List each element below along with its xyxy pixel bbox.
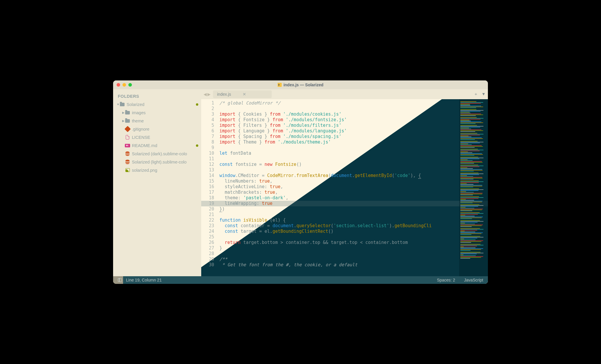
tab-active[interactable]: index.js ✕ [213,90,272,98]
line-number[interactable]: 18 [201,195,219,201]
folder-row-theme[interactable]: ▶theme [113,117,201,125]
line-number[interactable]: 4 [201,117,219,123]
line-number[interactable]: 14 [201,173,219,178]
line-number[interactable]: 10 [201,151,219,156]
line-content[interactable]: /* global CodeMirror */ [219,100,488,106]
code-line[interactable]: 13 [201,167,488,173]
line-content[interactable]: matchBrackets: true, [219,190,488,195]
chevron-right-icon[interactable]: ▶ [122,111,125,114]
line-number[interactable]: 6 [201,128,219,134]
line-content[interactable]: styleActiveLine: true, [219,184,488,190]
line-content[interactable]: return target.bottom > container.top && … [219,240,488,245]
file-row-solarized-dark-sublime-colo[interactable]: Solarized (dark).sublime-colo [113,150,201,158]
code-line[interactable]: 7import { Spacing } from './modules/spac… [201,134,488,139]
code-viewport[interactable]: 1/* global CodeMirror */23import { Cooki… [201,99,488,276]
line-number[interactable]: 29 [201,257,219,262]
code-line[interactable]: 1/* global CodeMirror */ [201,100,488,106]
code-line[interactable]: 22function isVisible (el) { [201,218,488,223]
file-row--gitignore[interactable]: .gitignore [113,125,201,133]
minimize-window-button[interactable] [122,83,126,87]
file-row-license[interactable]: LICENSE [113,133,201,141]
line-content[interactable]: lineNumbers: true, [219,178,488,184]
line-content[interactable]: * Get the font from the #, the cookie, o… [219,262,488,268]
file-row-solarized-light-sublime-colo[interactable]: Solarized (light).sublime-colo [113,158,201,166]
line-content[interactable]: const target = el.getBoundingClientRect(… [219,229,488,234]
line-number[interactable]: 3 [201,112,219,117]
code-line[interactable]: 11 [201,156,488,162]
code-line[interactable]: 4import { Fontsize } from './modules/fon… [201,117,488,123]
zoom-window-button[interactable] [128,83,132,87]
code-line[interactable]: 15 lineNumbers: true, [201,178,488,184]
line-number[interactable]: 15 [201,178,219,184]
line-content[interactable] [219,251,488,257]
line-content[interactable] [219,234,488,240]
syntax-setting[interactable]: JavaScript [464,278,483,282]
code-line[interactable]: 23 const container = document.querySelec… [201,223,488,229]
code-line[interactable]: 14window.CMeditor = CodeMirror.fromTextA… [201,173,488,178]
line-content[interactable]: }) [219,206,488,212]
code-line[interactable]: 9 [201,145,488,151]
line-content[interactable]: import { Fontsize } from './modules/font… [219,117,488,123]
line-number[interactable]: 16 [201,184,219,190]
line-number[interactable]: 11 [201,156,219,162]
nav-back-icon[interactable]: ◀ [204,92,207,97]
code-line[interactable]: 28 [201,251,488,257]
tab-dropdown-icon[interactable]: ▼ [481,92,486,97]
code-line[interactable]: 29/** [201,257,488,262]
panel-toggle-icon[interactable] [118,278,122,282]
line-content[interactable]: import { Filters } from './modules/filte… [219,123,488,128]
code-line[interactable]: 5import { Filters } from './modules/filt… [201,123,488,128]
line-content[interactable]: lineWrapping: true [219,201,488,206]
line-number[interactable]: 21 [201,212,219,218]
code-line[interactable]: 27} [201,245,488,251]
line-number[interactable]: 25 [201,234,219,240]
line-number[interactable]: 9 [201,145,219,151]
code-lines[interactable]: 1/* global CodeMirror */23import { Cooki… [201,99,488,276]
line-content[interactable] [219,167,488,173]
line-content[interactable]: } [219,245,488,251]
line-content[interactable]: /** [219,257,488,262]
code-line[interactable]: 16 styleActiveLine: true, [201,184,488,190]
line-number[interactable]: 7 [201,134,219,139]
line-content[interactable]: const container = document.querySelector… [219,223,488,229]
minimap[interactable] [459,99,488,276]
line-content[interactable] [219,145,488,151]
tab-close-icon[interactable]: ✕ [243,92,246,97]
line-number[interactable]: 12 [201,162,219,167]
line-content[interactable]: function isVisible (el) { [219,218,488,223]
code-line[interactable]: 2 [201,106,488,112]
line-number[interactable]: 23 [201,223,219,229]
code-line[interactable]: 8import { Theme } from './modules/theme.… [201,139,488,145]
folder-row-images[interactable]: ▶images [113,109,201,117]
chevron-down-icon[interactable]: ▼ [117,103,120,106]
code-line[interactable]: 12const fontsize = new Fontsize() [201,162,488,167]
chevron-right-icon[interactable]: ▶ [122,119,125,122]
line-content[interactable]: const fontsize = new Fontsize() [219,162,488,167]
code-line[interactable]: 6import { Language } from './modules/lan… [201,128,488,134]
line-number[interactable]: 22 [201,218,219,223]
line-number[interactable]: 27 [201,245,219,251]
line-number[interactable]: 26 [201,240,219,245]
indent-setting[interactable]: Spaces: 2 [437,278,455,282]
new-tab-icon[interactable]: ＋ [474,92,478,97]
file-row-readme-md[interactable]: M↓README.md [113,141,201,150]
line-number[interactable]: 13 [201,167,219,173]
line-content[interactable]: import { Cookies } from './modules/cooki… [219,112,488,117]
line-content[interactable] [219,106,488,112]
line-content[interactable]: import { Theme } from './modules/theme.j… [219,139,488,145]
line-number[interactable]: 19 [201,201,219,206]
line-number[interactable]: 17 [201,190,219,195]
line-content[interactable] [219,212,488,218]
code-line[interactable]: 3import { Cookies } from './modules/cook… [201,112,488,117]
line-content[interactable]: theme: 'pastel-on-dark', [219,195,488,201]
code-line[interactable]: 19 lineWrapping: true [201,201,488,206]
code-line[interactable]: 17 matchBrackets: true, [201,190,488,195]
line-number[interactable]: 5 [201,123,219,128]
line-number[interactable]: 28 [201,251,219,257]
line-number[interactable]: 1 [201,100,219,106]
line-content[interactable] [219,156,488,162]
file-row-solarized-png[interactable]: solarized.png [113,166,201,174]
line-number[interactable]: 24 [201,229,219,234]
code-line[interactable]: 26 return target.bottom > container.top … [201,240,488,245]
line-content[interactable]: let fontData [219,151,488,156]
